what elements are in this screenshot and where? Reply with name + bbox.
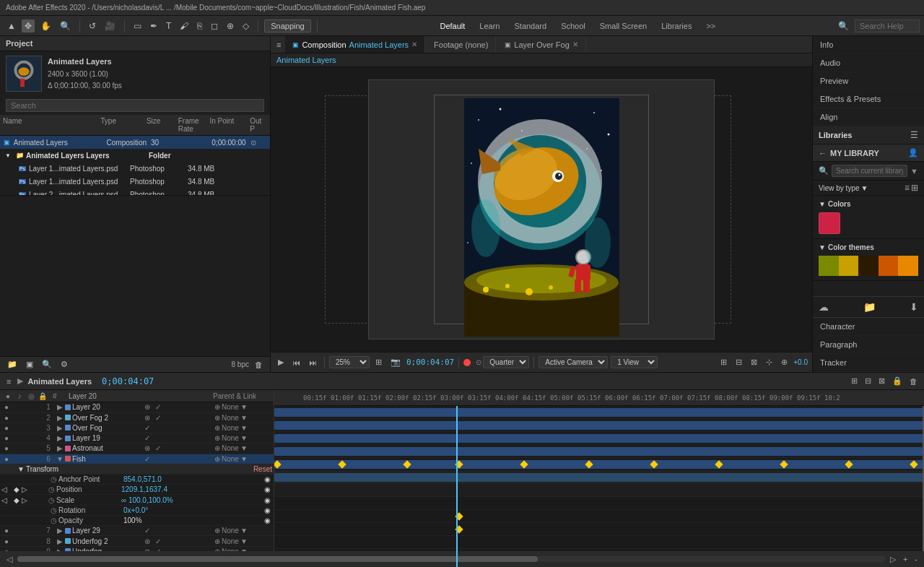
layer-2-parent-dropdown[interactable]: ▼ (240, 414, 248, 422)
timeline-timecode[interactable]: 0;00:04:07 (102, 376, 154, 386)
layer-8-expand[interactable]: ▶ (55, 537, 65, 545)
track-row-3[interactable] (274, 432, 924, 445)
layer-4-vis[interactable]: ● (1, 434, 12, 442)
layer-7-expand[interactable]: ▶ (55, 527, 65, 534)
vp-masks-btn[interactable]: ⊠ (748, 356, 760, 368)
snapping-button[interactable]: Snapping (264, 20, 311, 33)
layer-row-2[interactable]: ● 2 ▶ Over Fog 2 ⊛ ✓ ⊕ None ▼ (0, 413, 274, 423)
search-help-input[interactable] (855, 20, 920, 33)
track-row-2[interactable] (274, 419, 924, 432)
transform-expand-icon[interactable]: ▼ (16, 465, 26, 473)
vp-snapshot-btn[interactable]: 📷 (388, 356, 404, 368)
workspace-tab-learn[interactable]: Learn (474, 20, 505, 32)
color-themes-expand-icon[interactable]: ▼ (819, 243, 826, 251)
layer-5-expand[interactable]: ▶ (55, 444, 65, 452)
vp-camera-dropdown[interactable]: Active Camera (539, 356, 608, 368)
scale-keyframe-nav-right[interactable]: ▷ (22, 496, 32, 504)
layer-2-vis[interactable]: ● (1, 414, 12, 422)
layer-4-expand[interactable]: ▶ (55, 434, 65, 442)
tl-render-btn[interactable]: ⊞ (849, 376, 860, 386)
workspace-tab-school[interactable]: School (555, 20, 591, 32)
tl-delete-btn[interactable]: 🗑 (907, 376, 920, 386)
right-panel-preview[interactable]: Preview (813, 72, 924, 90)
layer-1-check1[interactable]: ✓ (153, 403, 163, 411)
layer-row-3[interactable]: ● 3 ▶ Over Fog ✓ ⊕ None ▼ (0, 423, 274, 433)
scale-value[interactable]: ∞ 100.0,100.0% (121, 496, 262, 504)
ap-stopwatch[interactable]: ◷ (48, 475, 58, 483)
color-swatch-red[interactable] (819, 212, 840, 234)
libraries-menu-btn[interactable]: ☰ (910, 130, 918, 140)
rot-stopwatch[interactable]: ◷ (48, 506, 58, 514)
theme-swatch-1[interactable] (819, 256, 839, 276)
tool-text[interactable]: T (163, 20, 174, 33)
search-library-dropdown-icon[interactable]: ▼ (910, 167, 918, 176)
view-list-icon[interactable]: ≡ (905, 183, 910, 193)
right-panel-character[interactable]: Character (813, 318, 924, 336)
layer-1-expand[interactable]: ▶ (55, 403, 65, 411)
tool-brush[interactable]: 🖌 (177, 20, 191, 33)
position-value[interactable]: 1209.1,1637.4 (121, 485, 262, 493)
vp-skip-start-btn[interactable]: ⏮ (289, 357, 303, 368)
layer-8-parent-dropdown[interactable]: ▼ (240, 537, 248, 545)
track-row-1[interactable] (274, 406, 924, 419)
tool-camera[interactable]: 🎥 (102, 20, 118, 33)
layer-6-check1[interactable]: ✓ (142, 455, 152, 463)
comp-tab-layer-over-fog[interactable]: ▣ Layer Over Fog ✕ (497, 36, 585, 53)
scale-stopwatch[interactable]: ◷ (46, 496, 56, 504)
vp-guides-btn[interactable]: ⊟ (733, 356, 745, 368)
scale-keyframe-nav-left[interactable]: ◁ (1, 496, 12, 504)
timeline-scrollbar[interactable] (274, 556, 885, 562)
layer-row-6[interactable]: ● 6 ▼ Fish ✓ ⊕ None ▼ (0, 454, 274, 464)
layer-2-check1[interactable]: ✓ (153, 414, 163, 422)
tl-track-right-btn[interactable]: ▷ (888, 554, 898, 565)
vp-views-dropdown[interactable]: 1 View 2 Views 4 Views (611, 356, 658, 368)
layer-8-check1[interactable]: ✓ (153, 537, 163, 545)
libraries-folder-icon[interactable]: 📁 (863, 301, 876, 313)
project-row-ps3[interactable]: Ps Layer 2...imated Layers.psd Photoshop… (0, 188, 270, 195)
vp-zoom-fit-btn[interactable]: ⊞ (372, 356, 385, 368)
libraries-cloud-icon[interactable]: ☁ (819, 301, 829, 313)
layer-5-parent-icon[interactable]: ⊕ (214, 444, 220, 452)
timeline-scrollbar-thumb[interactable] (274, 556, 538, 562)
tl-lock-btn[interactable]: 🔒 (890, 376, 905, 386)
colors-expand-icon[interactable]: ▼ (819, 200, 826, 208)
project-search-input[interactable] (6, 99, 264, 112)
layer-6-parent-dropdown[interactable]: ▼ (240, 455, 248, 463)
right-panel-effects[interactable]: Effects & Presets (813, 90, 924, 108)
tool-shape[interactable]: ◇ (240, 20, 252, 33)
layer-2-parent-icon[interactable]: ⊕ (214, 414, 220, 422)
tool-zoom[interactable]: 🔍 (57, 20, 74, 33)
layer-3-check1[interactable]: ✓ (142, 424, 152, 432)
tool-eraser[interactable]: ◻ (208, 20, 221, 33)
track-row-position[interactable] (274, 510, 924, 523)
layer-3-parent-icon[interactable]: ⊕ (214, 424, 220, 432)
track-row-5[interactable] (274, 458, 924, 471)
track-row-4[interactable] (274, 445, 924, 458)
layer-1-vis[interactable]: ● (1, 403, 12, 411)
theme-swatch-5[interactable] (898, 256, 918, 276)
tool-clone[interactable]: ⎘ (194, 20, 205, 33)
workspace-tab-libraries[interactable]: Libraries (655, 20, 697, 32)
search-icon[interactable]: 🔍 (835, 20, 852, 33)
comp-tab-layer-close[interactable]: ✕ (572, 40, 578, 48)
track-row-scale[interactable] (274, 523, 924, 536)
vp-play-pause-btn[interactable]: ▶ (275, 356, 287, 368)
vp-more-btn[interactable]: ⊕ (778, 356, 790, 368)
tool-select[interactable]: ▲ (4, 20, 19, 33)
tool-puppet[interactable]: ⊕ (224, 20, 237, 33)
layer-8-parent-icon[interactable]: ⊕ (214, 537, 220, 545)
project-search-btn[interactable]: 🔍 (39, 358, 55, 371)
layer-row-8[interactable]: ● 8 ▶ Underfog 2 ⊛ ✓ ⊕ None ▼ (0, 536, 274, 546)
layer-6-expand-btn[interactable]: ▼ (55, 455, 65, 463)
layer-6-parent-icon[interactable]: ⊕ (214, 455, 220, 463)
layer-3-expand[interactable]: ▶ (55, 424, 65, 432)
workspace-tab-small-screen[interactable]: Small Screen (594, 20, 653, 32)
vp-grid-btn[interactable]: ⊞ (718, 356, 730, 368)
layer-7-vis[interactable]: ● (1, 527, 12, 534)
project-trash-btn[interactable]: 🗑 (252, 359, 266, 371)
vp-quality-dropdown[interactable]: Quarter Half Full (483, 356, 529, 368)
right-panel-paragraph[interactable]: Paragraph (813, 336, 924, 354)
layer-4-check1[interactable]: ✓ (142, 434, 152, 442)
comp-tab-menu-btn[interactable]: ≡ (274, 39, 284, 51)
rotation-value[interactable]: 0x+0.0° (123, 506, 262, 514)
